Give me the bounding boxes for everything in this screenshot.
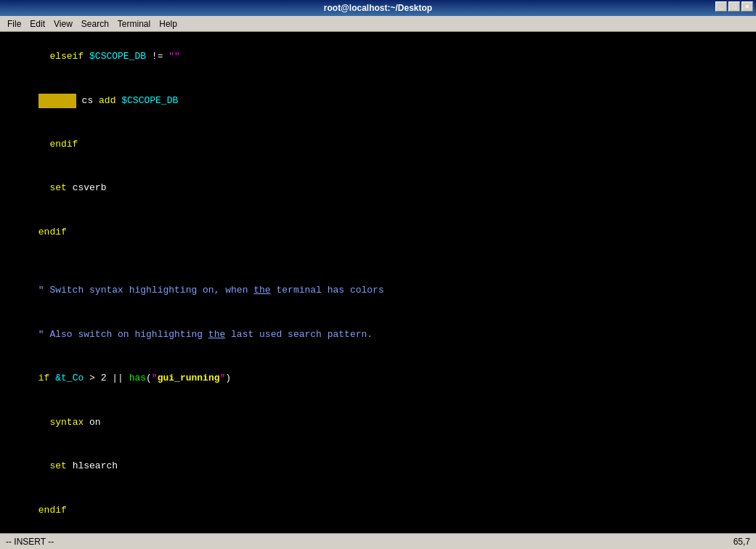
menu-search[interactable]: Search — [77, 17, 113, 30]
code-line-7: " Switch syntax highlighting on, when th… — [4, 269, 752, 312]
menu-bar: File Edit View Search Terminal Help — [0, 16, 756, 32]
code-line-4: set csverb — [4, 166, 752, 210]
editor-area[interactable]: elseif $CSCOPE_DB != "" cs add $CSCOPE_D… — [0, 32, 756, 533]
code-line-10: syntax on — [4, 401, 752, 444]
insert-mode-indicator: -- INSERT -- — [6, 537, 54, 547]
code-line-5: endif — [4, 211, 752, 254]
code-line-8: " Also switch on highlighting the last u… — [4, 313, 752, 357]
menu-view[interactable]: View — [49, 17, 77, 30]
title-bar: root@localhost:~/Desktop _ □ × — [0, 0, 756, 16]
code-line-13 — [4, 532, 752, 533]
maximize-button[interactable]: □ — [728, 1, 740, 12]
minimize-button[interactable]: _ — [715, 1, 727, 12]
close-button[interactable]: × — [741, 1, 753, 12]
code-line-3: endif — [4, 123, 752, 166]
cursor-position: 65,7 — [733, 537, 750, 547]
menu-terminal[interactable]: Terminal — [113, 17, 155, 30]
code-line-11: set hlsearch — [4, 444, 752, 488]
status-bar: -- INSERT -- 65,7 — [0, 533, 756, 549]
code-line-12: endif — [4, 488, 752, 532]
code-line-1: elseif $CSCOPE_DB != "" — [4, 35, 752, 78]
menu-edit[interactable]: Edit — [25, 17, 49, 30]
main-window: root@localhost:~/Desktop _ □ × File Edit… — [0, 0, 756, 549]
code-line-6 — [4, 254, 752, 269]
window-title: root@localhost:~/Desktop — [324, 3, 432, 13]
title-bar-buttons: _ □ × — [715, 1, 753, 12]
menu-help[interactable]: Help — [155, 17, 182, 30]
code-line-2: cs add $CSCOPE_DB — [4, 78, 752, 122]
menu-file[interactable]: File — [3, 17, 25, 30]
code-line-9: if &t_Co > 2 || has("gui_running") — [4, 357, 752, 400]
